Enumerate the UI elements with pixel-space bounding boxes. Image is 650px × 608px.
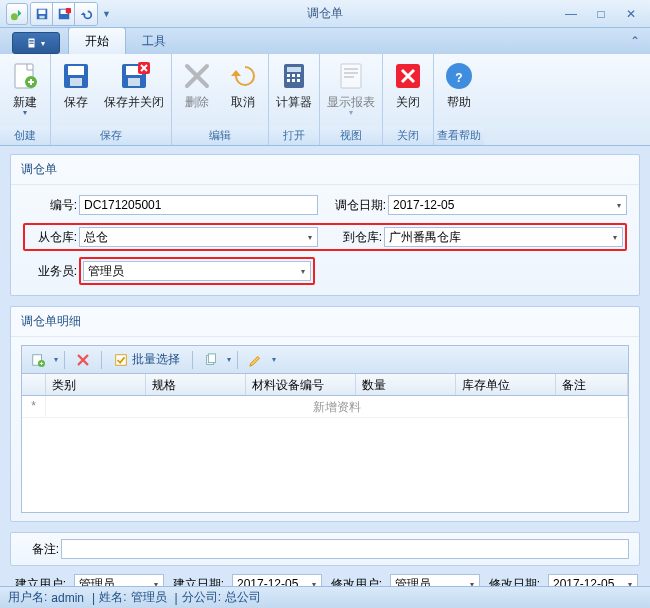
svg-rect-3: [39, 15, 44, 18]
from-wh-dropdown-icon[interactable]: ▾: [303, 228, 317, 246]
grid-new-row[interactable]: * 新增资料: [22, 396, 628, 418]
new-icon: [8, 59, 42, 93]
clerk-dropdown-icon[interactable]: ▾: [296, 262, 310, 280]
minimize-button[interactable]: ―: [562, 7, 580, 21]
svg-rect-30: [344, 72, 358, 74]
from-wh-field[interactable]: [79, 227, 318, 247]
detail-delete-button[interactable]: [71, 349, 95, 371]
svg-rect-18: [128, 78, 140, 86]
to-wh-label: 到仓库:: [318, 229, 384, 246]
close-form-button[interactable]: 关闭: [385, 56, 431, 112]
ribbon-tabstrip: ▾ 开始 工具 ⌃: [0, 28, 650, 54]
svg-rect-27: [297, 79, 300, 82]
col-remark[interactable]: 备注: [556, 374, 628, 395]
show-report-button: 显示报表 ▾: [322, 56, 380, 120]
batch-select-button[interactable]: 批量选择: [108, 349, 186, 371]
svg-text:?: ?: [455, 71, 462, 85]
new-button[interactable]: 新建 ▾: [2, 56, 48, 120]
notes-panel: 备注:: [10, 532, 640, 566]
notes-label: 备注:: [21, 541, 61, 558]
to-wh-dropdown-icon[interactable]: ▾: [608, 228, 622, 246]
help-icon: ?: [442, 59, 476, 93]
qat-saveclose-icon[interactable]: [53, 3, 75, 25]
notes-field[interactable]: [61, 539, 629, 559]
svg-rect-31: [344, 76, 354, 78]
svg-rect-25: [287, 79, 290, 82]
tab-tools[interactable]: 工具: [126, 28, 182, 54]
svg-rect-39: [208, 353, 215, 362]
qat: [30, 2, 98, 26]
save-close-icon: [117, 59, 151, 93]
svg-rect-6: [65, 7, 70, 12]
svg-rect-21: [287, 67, 301, 72]
detail-panel: 调仓单明细 ▾ 批量选择 ▾ ▾ 类别 规格: [10, 306, 640, 522]
save-icon: [59, 59, 93, 93]
ribbon: 新建 ▾ 创建 保存 保存并关闭 保存 删除 取消: [0, 54, 650, 146]
svg-rect-8: [29, 40, 34, 41]
svg-rect-22: [287, 74, 290, 77]
delete-button: 删除: [174, 56, 220, 112]
close-icon: [391, 59, 425, 93]
date-dropdown-icon[interactable]: ▾: [612, 196, 626, 214]
status-bar: 用户名:admin | 姓名:管理员 | 分公司:总公司: [0, 586, 650, 608]
date-label: 调仓日期:: [318, 197, 388, 214]
help-button[interactable]: ? 帮助: [436, 56, 482, 112]
detail-panel-title: 调仓单明细: [11, 307, 639, 337]
qat-save-icon[interactable]: [31, 3, 53, 25]
svg-rect-15: [70, 78, 82, 86]
col-spec[interactable]: 规格: [146, 374, 246, 395]
calculator-icon: [277, 59, 311, 93]
detail-grid: 类别 规格 材料设备编号 数量 库存单位 备注 * 新增资料: [21, 373, 629, 513]
col-qty[interactable]: 数量: [356, 374, 456, 395]
col-category[interactable]: 类别: [46, 374, 146, 395]
qat-more-icon[interactable]: ▼: [102, 9, 111, 19]
header-panel-title: 调仓单: [11, 155, 639, 185]
svg-rect-2: [38, 9, 45, 13]
id-field[interactable]: [79, 195, 318, 215]
detail-edit-button[interactable]: [244, 349, 268, 371]
close-button[interactable]: ✕: [622, 7, 640, 21]
col-unit[interactable]: 库存单位: [456, 374, 556, 395]
svg-rect-14: [68, 66, 84, 75]
save-close-button[interactable]: 保存并关闭: [99, 56, 169, 112]
title-bar: ▼ 调仓单 ― □ ✕: [0, 0, 650, 28]
svg-rect-37: [116, 354, 127, 365]
maximize-button[interactable]: □: [592, 7, 610, 21]
detail-new-button[interactable]: [26, 349, 50, 371]
to-wh-field[interactable]: [384, 227, 623, 247]
date-field[interactable]: [388, 195, 627, 215]
save-button[interactable]: 保存: [53, 56, 99, 112]
svg-rect-26: [292, 79, 295, 82]
report-icon: [334, 59, 368, 93]
clerk-field[interactable]: [83, 261, 311, 281]
qat-undo-icon[interactable]: [75, 3, 97, 25]
svg-rect-10: [29, 43, 34, 44]
chevron-down-icon: ▾: [349, 109, 353, 117]
svg-rect-29: [344, 68, 358, 70]
tab-start[interactable]: 开始: [68, 27, 126, 54]
svg-rect-9: [29, 42, 34, 43]
new-row-icon: *: [22, 396, 46, 417]
chevron-down-icon: ▾: [23, 109, 27, 117]
undo-icon: [226, 59, 260, 93]
svg-rect-23: [292, 74, 295, 77]
from-wh-label: 从仓库:: [27, 229, 79, 246]
id-label: 编号:: [23, 197, 79, 214]
col-code[interactable]: 材料设备编号: [246, 374, 356, 395]
svg-point-0: [11, 13, 18, 20]
work-area: 调仓单 编号: 调仓日期: ▾ 从仓库: ▾ 到仓库: ▾ 业务员: ▾: [0, 146, 650, 594]
app-menu-button[interactable]: ▾: [12, 32, 60, 54]
clerk-label: 业务员:: [23, 263, 79, 280]
cancel-button[interactable]: 取消: [220, 56, 266, 112]
calculator-button[interactable]: 计算器: [271, 56, 317, 112]
ribbon-collapse-icon[interactable]: ⌃: [630, 34, 640, 48]
svg-rect-24: [297, 74, 300, 77]
delete-icon: [180, 59, 214, 93]
detail-toolbar: ▾ 批量选择 ▾ ▾: [21, 345, 629, 373]
grid-header: 类别 规格 材料设备编号 数量 库存单位 备注: [22, 374, 628, 396]
app-icon: [6, 3, 28, 25]
detail-copy-button[interactable]: [199, 349, 223, 371]
header-panel: 调仓单 编号: 调仓日期: ▾ 从仓库: ▾ 到仓库: ▾ 业务员: ▾: [10, 154, 640, 296]
grid-rowhdr: [22, 374, 46, 395]
